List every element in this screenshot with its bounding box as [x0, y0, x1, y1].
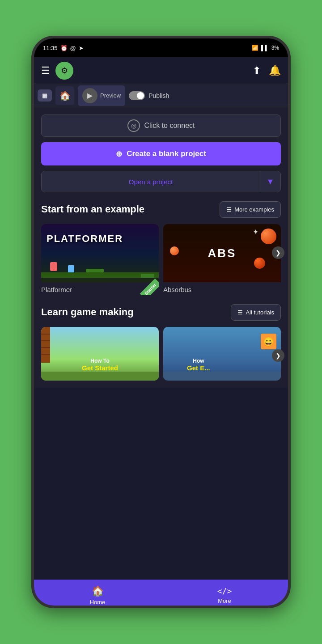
toolbar: ▦ 🏠 ▶ Preview Publish: [34, 84, 288, 107]
absorbus-image: ABS ✦: [163, 224, 281, 282]
how-text: How: [187, 358, 210, 364]
platform: [86, 269, 104, 272]
planet-1: [261, 229, 276, 244]
play-button[interactable]: ▶ Preview: [78, 85, 125, 106]
time-display: 11:35: [43, 45, 58, 51]
absorbus-card[interactable]: ABS ✦ Absorbus: [163, 224, 281, 295]
more-examples-label: More examples: [234, 206, 274, 213]
connect-label: Click to connect: [144, 122, 195, 130]
examples-row: PLATFORMER Starter Platformer ABS: [41, 224, 281, 295]
all-tutorials-label: All tutorials: [246, 309, 274, 316]
home-toolbar-icon: 🏠: [59, 90, 71, 101]
examples-section-header: Start from an example ☰ More examples: [41, 201, 281, 218]
signal-icon: ▌▌: [261, 45, 269, 51]
tutorials-next-arrow[interactable]: ❯: [272, 349, 284, 362]
home-nav-label: Home: [90, 599, 106, 606]
create-label: Create a blank project: [127, 149, 206, 158]
character-box: 😀: [261, 334, 276, 349]
app-header: ☰ ⚙ ⬆ 🔔: [34, 57, 288, 84]
nav-more[interactable]: </> More: [161, 586, 288, 604]
more-nav-label: More: [218, 597, 231, 604]
location-icon: ➤: [79, 45, 84, 51]
examples-title: Start from an example: [41, 203, 144, 215]
bell-icon[interactable]: 🔔: [269, 65, 281, 76]
status-right: 📶 ▌▌ 3%: [252, 45, 279, 51]
publish-label: Publish: [148, 92, 169, 99]
get-started-text: Get Started: [82, 364, 118, 372]
logo-gear-icon: ⚙: [61, 66, 68, 76]
phone-shell: 11:35 ⏰ @ ➤ 📶 ▌▌ 3% ☰ ⚙ ⬆ 🔔 ▦ 🏠: [31, 36, 291, 608]
tutorial-1-text: How To Get Started: [82, 358, 118, 372]
tutorials-section-header: Learn game making ☰ All tutorials: [41, 304, 281, 321]
nav-home[interactable]: 🏠 Home: [34, 585, 161, 606]
star-icon: ✦: [253, 228, 258, 236]
get-e-text: Get E...: [187, 364, 210, 372]
open-project-row: Open a project ▼: [41, 171, 281, 192]
home-nav-icon: 🏠: [92, 585, 104, 597]
tutorial-1-image: How To Get Started: [41, 327, 159, 381]
notch: [139, 38, 183, 48]
bottom-nav: 🏠 Home </> More: [34, 580, 288, 608]
create-plus-icon: ⊕: [116, 149, 122, 159]
absorbus-label: Absorbus: [163, 282, 281, 295]
platformer-title: PLATFORMER: [47, 233, 123, 245]
planet-3: [170, 246, 179, 255]
tutorial-2-card[interactable]: How Get E... 😀: [163, 327, 281, 381]
ladder: [41, 327, 50, 363]
create-project-button[interactable]: ⊕ Create a blank project: [41, 142, 281, 165]
list-icon: ☰: [226, 206, 232, 213]
examples-next-arrow[interactable]: ❯: [272, 246, 284, 259]
main-content: ◎ Click to connect ⊕ Create a blank proj…: [34, 107, 288, 388]
tutorials-row: How To Get Started How Get E...: [41, 327, 281, 381]
open-project-dropdown[interactable]: ▼: [260, 171, 280, 192]
how-to-text: How To: [82, 358, 118, 364]
ground-2: [163, 372, 281, 381]
layers-icon: ▦: [42, 92, 47, 99]
platform-2: [141, 274, 154, 278]
layers-button[interactable]: ▦: [38, 89, 52, 102]
preview-label: Preview: [100, 92, 121, 99]
share-icon[interactable]: ⬆: [253, 65, 261, 76]
code-nav-icon: </>: [217, 586, 232, 596]
tutorials-title: Learn game making: [41, 306, 134, 318]
status-left: 11:35 ⏰ @ ➤: [43, 45, 84, 51]
planet-2: [254, 258, 265, 269]
menu-icon[interactable]: ☰: [41, 65, 50, 76]
connect-icon: ◎: [127, 119, 140, 132]
absorbus-title: ABS: [208, 246, 237, 260]
header-left: ☰ ⚙: [41, 62, 73, 80]
open-project-button[interactable]: Open a project: [42, 171, 260, 192]
connect-button[interactable]: ◎ Click to connect: [41, 114, 281, 137]
dropdown-arrow-icon: ▼: [267, 177, 275, 186]
at-icon: @: [70, 45, 76, 51]
home-toolbar-button[interactable]: 🏠: [55, 86, 74, 105]
ground-1: [41, 372, 159, 381]
publish-toggle[interactable]: [129, 91, 145, 100]
tutorial-2-image: How Get E... 😀: [163, 327, 281, 381]
tutorial-2-text: How Get E...: [187, 358, 210, 372]
app-logo: ⚙: [55, 62, 73, 80]
open-project-label: Open a project: [129, 178, 173, 186]
platformer-image: PLATFORMER Starter: [41, 224, 159, 282]
tutorial-1-card[interactable]: How To Get Started: [41, 327, 159, 381]
tutorials-list-icon: ☰: [237, 309, 243, 316]
header-right: ⬆ 🔔: [253, 65, 281, 76]
wifi-icon: 📶: [252, 45, 258, 51]
platformer-card[interactable]: PLATFORMER Starter Platformer: [41, 224, 159, 295]
battery-display: 3%: [271, 45, 279, 51]
clock-icon: ⏰: [60, 45, 68, 51]
main-content-wrapper: ◎ Click to connect ⊕ Create a blank proj…: [34, 107, 288, 580]
more-examples-button[interactable]: ☰ More examples: [220, 201, 281, 218]
play-icon: ▶: [82, 88, 97, 103]
character-sprite: [50, 262, 57, 271]
all-tutorials-button[interactable]: ☰ All tutorials: [231, 304, 281, 321]
